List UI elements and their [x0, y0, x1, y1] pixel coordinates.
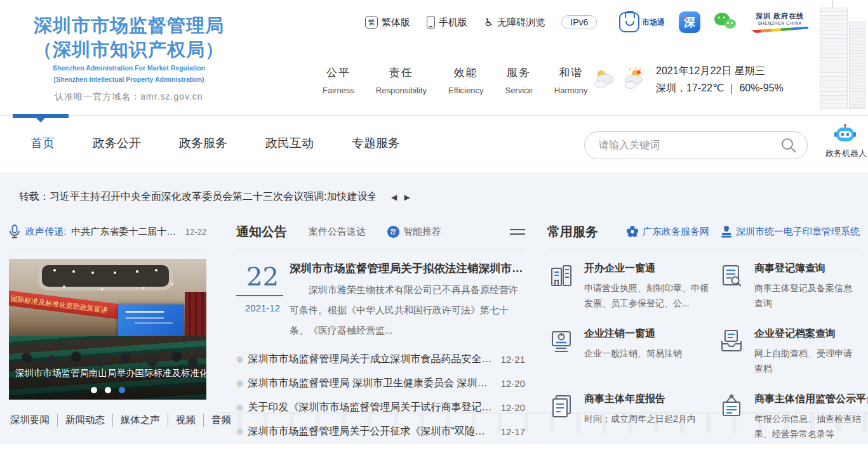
- tab-news-updates[interactable]: 新闻动态: [58, 414, 113, 427]
- ipv6-badge[interactable]: IPv6: [561, 15, 597, 29]
- market-app-link[interactable]: 市场通: [619, 12, 665, 32]
- weather-icons: [592, 68, 648, 91]
- utility-links: 繁 繁体版 手机版 ♿ 无障碍浏览 IPv6: [365, 15, 597, 29]
- site-header: 深圳市市场监督管理局 （深圳市知识产权局） Shenzhen Administr…: [0, 0, 868, 115]
- e-seal-system-link[interactable]: 深圳市统一电子印章管理系统: [721, 225, 860, 238]
- value-efficiency: 效能 Efficiency: [448, 65, 483, 95]
- service-open-business[interactable]: 开办企业一窗通 申请营业执照、刻制印章、申领发票、员工参保登记、公...: [547, 262, 718, 311]
- nav-item-interaction[interactable]: 政民互动: [265, 135, 314, 152]
- nav-item-special-services[interactable]: 专题服务: [352, 135, 400, 152]
- carousel-caption[interactable]: 深圳市市场监管局南山局举办国际标准及标准化资...: [9, 367, 206, 379]
- accessibility-label: 无障碍浏览: [497, 16, 545, 29]
- weather-date: 2021年12月22日 星期三: [656, 62, 784, 79]
- microphone-icon: [9, 225, 20, 239]
- shenzhen-gov-logo[interactable]: 深圳 政府在线 SHENZHEN CHINA: [751, 11, 808, 33]
- search-input[interactable]: [599, 140, 780, 151]
- ticker-headline[interactable]: 转载：习近平主持召开中央全面深化改革委员会第二十三次会议强调:加快建设全国统一大…: [19, 190, 375, 204]
- rainbow-swoosh: [751, 27, 808, 33]
- wechat-icon[interactable]: [714, 13, 737, 32]
- carousel-dot-2[interactable]: [105, 387, 111, 393]
- carousel-dot-3[interactable]: [119, 387, 125, 393]
- search-box[interactable]: [584, 131, 808, 159]
- bullet-icon: ◎: [236, 355, 243, 363]
- notices-title: 通知公告: [236, 223, 287, 240]
- site-subtitle-en2: (Shenzhen Intellectual Property Administ…: [18, 75, 240, 84]
- services-grid: 开办企业一窗通 申请营业执照、刻制印章、申领发票、员工参保登记、公... 商事登…: [547, 262, 860, 441]
- notice-row[interactable]: ◎ 深圳市市场监督管理局 深圳市卫生健康委员会 深圳市医... 12-20: [236, 371, 525, 395]
- services-header: 常用服务 广东政务服务网 深圳市统一电子印章管理: [547, 222, 860, 241]
- featured-notice: 22 2021-12 深圳市市场监督管理局关于拟依法注销深圳市雅... 深圳市雅…: [236, 261, 525, 341]
- service-credit-platform[interactable]: 商事主体信用监管公示平台 年报公示信息、抽查检查结果、经营异常名录等: [718, 393, 860, 441]
- notice-row[interactable]: ◎ 深圳市市场监督管理局关于成立深圳市食品药品安全咨询... 12-21: [236, 347, 525, 371]
- nav-items: 首页 政务公开 政务服务 政民互动 专题服务: [30, 135, 400, 152]
- featured-summary[interactable]: 深圳市雅荣生物技术有限公司已不再具备原经营许可条件。根据《中华人民共和国行政许可…: [290, 280, 525, 341]
- enterprise-building-icon: [547, 262, 575, 290]
- bullet-icon: ◎: [236, 379, 243, 388]
- accessibility-link[interactable]: ♿ 无障碍浏览: [484, 16, 545, 29]
- service-registry-query[interactable]: 商事登记簿查询 商事主体登记及备案信息查询: [718, 262, 860, 311]
- divider: [9, 249, 206, 249]
- mobile-version-link[interactable]: 手机版: [427, 16, 467, 29]
- market-app-icon: [619, 12, 639, 32]
- services-column: 常用服务 广东政务服务网 深圳市统一电子印章管理: [547, 222, 860, 441]
- monitor-power-icon: [547, 327, 575, 355]
- main-content: 转载：习近平主持召开中央全面深化改革委员会第二十三次会议强调:加快建设全国统一大…: [0, 173, 868, 444]
- core-values: 公平 Fairness 责任 Responsibility 效能 Efficie…: [323, 65, 588, 95]
- site-title-line2: （深圳市知识产权局）: [18, 38, 240, 62]
- carousel-dot-1[interactable]: [91, 387, 97, 393]
- site-logo[interactable]: 深圳市市场监督管理局 （深圳市知识产权局） Shenzhen Administr…: [18, 14, 240, 103]
- traditional-chinese-link[interactable]: 繁 繁体版: [365, 16, 410, 29]
- robot-icon: [833, 124, 857, 144]
- partly-sunny-icon: [622, 68, 648, 91]
- featured-day: 22: [236, 262, 290, 291]
- main-navbar: 首页 政务公开 政务服务 政民互动 专题服务 政务机器人: [0, 115, 868, 173]
- official-domain-note: 认准唯一官方域名：amr.sz.gov.cn: [18, 91, 240, 103]
- value-responsibility: 责任 Responsibility: [376, 65, 427, 95]
- featured-date-block: 22 2021-12: [236, 261, 290, 341]
- voice-transfer-label[interactable]: 政声传递:: [25, 226, 66, 238]
- tab-audio[interactable]: 音频: [204, 414, 239, 427]
- gov-robot-entry[interactable]: 政务机器人: [825, 124, 865, 159]
- news-carousel[interactable]: 国际标准及标准化资助政策宣讲 深圳市市场监管局南山局举办国际标准及标准化资...: [9, 259, 206, 400]
- active-tab-indicator: [13, 114, 69, 118]
- shenzhen-gov-logo-cn: 深圳 政府在线: [751, 11, 808, 21]
- nav-item-home[interactable]: 首页: [30, 135, 55, 152]
- voice-transfer-date: 12-22: [185, 227, 206, 237]
- notice-list: ◎ 深圳市市场监督管理局关于成立深圳市食品药品安全咨询... 12-21 ◎ 深…: [236, 347, 525, 443]
- service-annual-report[interactable]: 商事主体年度报告 时间：成立周年之日起2月内: [547, 393, 718, 441]
- value-service: 服务 Service: [505, 65, 532, 95]
- app-links: 市场通 深 深圳 政府在线 SHENZHEN CHINA: [619, 11, 808, 33]
- weather-widget: 2021年12月22日 星期三 深圳，17-22℃ ｜ 60%-95%: [592, 62, 784, 96]
- service-archive-query[interactable]: 企业登记档案查询 网上自助查档、受理申请查档: [718, 327, 860, 376]
- search-icon[interactable]: [780, 137, 797, 154]
- guangdong-gov-service-link[interactable]: 广东政务服务网: [626, 225, 709, 238]
- featured-month: 2021-12: [236, 303, 290, 313]
- tab-video[interactable]: 视频: [168, 414, 204, 427]
- smart-recommend-label: 智能推荐: [403, 226, 441, 238]
- featured-title[interactable]: 深圳市市场监督管理局关于拟依法注销深圳市雅...: [290, 261, 525, 276]
- tab-media-voice[interactable]: 媒体之声: [113, 414, 168, 427]
- building-photo: [803, 0, 867, 109]
- tab-shenzhen-news[interactable]: 深圳要闻: [9, 414, 58, 427]
- smart-recommend-link[interactable]: 荐 智能推荐: [387, 226, 441, 238]
- case-announcement-link[interactable]: 案件公告送达: [309, 226, 366, 238]
- document-search-icon: [718, 262, 745, 290]
- notice-row[interactable]: ◎ 深圳市市场监督管理局关于公开征求《深圳市“双随机、... 12-17: [236, 419, 525, 443]
- value-fairness: 公平 Fairness: [323, 65, 354, 95]
- ticker-arrows[interactable]: ◀ ▶: [391, 193, 413, 202]
- divider: [547, 249, 860, 249]
- site-title-line1: 深圳市市场监督管理局: [18, 14, 240, 38]
- recommend-badge-icon: 荐: [387, 226, 399, 238]
- i-shenzhen-app-icon[interactable]: 深: [679, 11, 700, 33]
- more-menu-icon[interactable]: [510, 226, 525, 238]
- notice-row[interactable]: ◎ 关于印发《深圳市市场监督管理局关于试行商事登记确认... 12-20: [236, 395, 525, 419]
- voice-transfer-title[interactable]: 中共广东省委十二届十五...: [71, 226, 180, 238]
- annual-report-icon: [547, 393, 575, 421]
- nav-item-gov-services[interactable]: 政务服务: [179, 135, 227, 152]
- bullet-icon: ◎: [236, 427, 243, 436]
- news-ticker: 转载：习近平主持召开中央全面深化改革委员会第二十三次会议强调:加快建设全国统一大…: [19, 190, 413, 204]
- service-deregistration[interactable]: 企业注销一窗通 企业一般注销、简易注销: [547, 327, 718, 376]
- shenzhen-gov-logo-en: SHENZHEN CHINA: [751, 21, 808, 25]
- kapok-flower-icon: [626, 225, 639, 238]
- nav-item-gov-disclosure[interactable]: 政务公开: [93, 135, 141, 152]
